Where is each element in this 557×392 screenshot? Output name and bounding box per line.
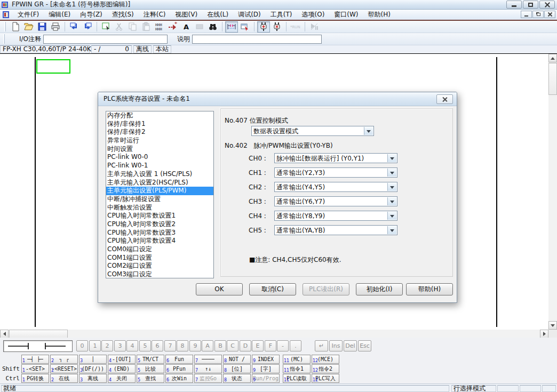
ch3-combo[interactable]: 通常输出(Y6,Y7) [274,196,397,206]
list-item[interactable]: COM1端口设置 [106,254,213,262]
menu-wizard[interactable]: 向导(Z) [75,9,107,20]
chevron-down-icon[interactable] [387,212,396,220]
fkey-f4[interactable]: 4-[OUT] [108,355,136,364]
description-input[interactable] [192,35,322,44]
list-item[interactable]: COM2端口设置 [106,262,213,270]
fkey-ctrl-f5[interactable]: 5查找 [137,374,164,383]
fkey-ctrl-f12[interactable]: 12PLC写入 [312,374,339,383]
ch4-combo[interactable]: 通常输出(Y8,Y9) [274,211,397,221]
fkey-f1[interactable]: 1─┤ ├─ [21,355,49,364]
fkey-f2[interactable]: 2┐ ┌ [50,355,78,364]
list-item-selected[interactable]: 主单元输出设置(PLS/PWM) [106,187,213,195]
chevron-down-icon[interactable] [387,154,396,162]
run-mode-button[interactable]: *RUN [289,21,302,33]
menu-online[interactable]: 在线(L) [202,9,233,20]
list-item[interactable]: CPU输入时间常数设置1 [106,212,213,220]
fkey-f6[interactable]: 6Fun [165,355,193,364]
list-item[interactable]: 主单元输入设置2(HSC/PLS) [106,179,213,187]
chevron-down-icon[interactable] [387,169,396,177]
enter-key[interactable]: ↵ [315,340,328,351]
list-item[interactable]: 中断/脉冲捕捉设置 [106,195,213,204]
list-item[interactable]: CPU输入时间常数设置4 [106,237,213,245]
list-item[interactable]: 中断触发沿设置 [106,204,213,212]
fkey-f9[interactable]: 9INDEX [252,355,280,364]
keypad-c[interactable]: C [227,340,238,351]
keypad-8[interactable]: 8 [177,340,188,351]
delete-key[interactable]: Del [344,340,357,351]
list-item[interactable]: COM3端口设定 [106,270,213,279]
scroll-right-button[interactable] [540,330,548,338]
menu-file[interactable]: 文件(F) [13,9,44,20]
vertical-scrollbar[interactable] [548,54,557,330]
position-control-mode-combo[interactable]: 数据表设置模式 [251,126,374,136]
dialog-close-button[interactable] [436,94,453,104]
escape-key[interactable]: Esc [358,340,371,351]
select-mode-button[interactable] [100,21,113,33]
chevron-down-icon[interactable] [387,183,396,191]
keypad-d[interactable]: D [240,340,251,351]
fkey-ctrl-f2[interactable]: 2在线 [50,374,78,383]
menu-options[interactable]: 选项(O) [297,9,330,20]
list-item[interactable]: 内存分配 [106,111,213,120]
menu-tools[interactable]: 工具(T) [266,9,297,20]
menu-window[interactable]: 窗口(W) [329,9,363,20]
open-file-button[interactable] [22,21,35,33]
fkey-ctrl-f4[interactable]: 4关闭 [108,374,136,383]
fkey-shift-f3[interactable]: 3(DF(/)) [79,364,107,373]
online-mode-button[interactable] [257,21,270,33]
comment-window-button[interactable] [238,21,251,33]
list-item[interactable]: 异常时运行 [106,137,213,145]
download-to-plc-button[interactable] [68,21,81,33]
register-category-list[interactable]: 内存分配 保持/非保持1 保持/非保持2 异常时运行 时间设置 PC-link … [106,111,214,278]
save-button[interactable] [36,21,49,33]
menu-search[interactable]: 查找(S) [107,9,139,20]
fkey-shift-f9[interactable]: 9[字] [252,364,280,373]
list-item[interactable]: COM0端口设定 [106,245,213,254]
ch5-combo[interactable]: 通常输出(YA,YB) [274,225,397,235]
fkey-ctrl-f7[interactable]: 7监控Go [194,374,222,383]
keypad-3[interactable]: 3 [114,340,126,351]
copy-button[interactable] [126,21,139,33]
jump-button[interactable] [166,21,179,33]
fkey-f5[interactable]: 5TM/CT [137,355,164,364]
chevron-down-icon[interactable] [387,197,396,205]
fkey-shift-f2[interactable]: 2-<RESET> [50,364,78,373]
keypad-9[interactable]: 9 [189,340,201,351]
help-button[interactable]: 帮助(H) [406,283,453,295]
menu-debug[interactable]: 调试(D) [233,9,266,20]
keypad-e[interactable]: E [252,340,264,351]
keypad-4[interactable]: 4 [126,340,138,351]
fkey-shift-f6[interactable]: 6PFun [165,364,193,373]
fkey-ctrl-f3[interactable]: 3离线 [79,374,107,383]
ok-button[interactable]: OK [196,283,243,295]
menu-view[interactable]: 视图(V) [171,9,203,20]
fkey-f3[interactable]: 3│ [79,355,107,364]
scroll-left-button[interactable] [0,330,9,338]
keypad-dot[interactable]: . [290,340,301,351]
fkey-ctrl-f9[interactable]: 9Run/Prog [252,374,280,383]
fkey-shift-f4[interactable]: 4(END) [108,364,136,373]
scroll-up-button[interactable] [548,54,557,62]
list-item[interactable]: 保持/非保持2 [106,128,213,137]
menu-edit[interactable]: 编辑(E) [44,9,75,20]
initialize-button[interactable]: 初始化(I) [356,283,403,295]
fkey-ctrl-f8[interactable]: 8状态 [223,374,251,383]
list-item[interactable]: PC-link W0-1 [106,162,213,170]
fkey-ctrl-f1[interactable]: 1PG转换 [21,374,49,383]
ch0-combo[interactable]: 脉冲输出[数据表运行] (Y0,Y1) [274,153,397,163]
cut-button[interactable] [113,21,126,33]
keypad-0[interactable]: 0 [76,340,88,351]
close-button[interactable] [539,1,555,9]
fkey-f7[interactable]: 7──── [194,355,222,364]
fkey-shift-f7[interactable]: 7↑↓ [194,364,222,373]
ladder-symbol-view-button[interactable] [225,21,238,33]
fkey-ctrl-f11[interactable]: 11PLC读取 [283,374,311,383]
keypad-a[interactable]: A [202,340,213,351]
ch2-combo[interactable]: 通常输出(Y4,Y5) [274,182,397,192]
list-item[interactable]: 保持/非保持1 [106,120,213,129]
minimize-button[interactable] [506,1,522,9]
horizontal-scrollbar[interactable] [0,330,548,338]
fkey-shift-f12[interactable]: 12指令2 [312,364,339,373]
mdi-restore-button[interactable] [532,11,544,18]
fkey-f8[interactable]: 8NOT / [223,355,251,364]
